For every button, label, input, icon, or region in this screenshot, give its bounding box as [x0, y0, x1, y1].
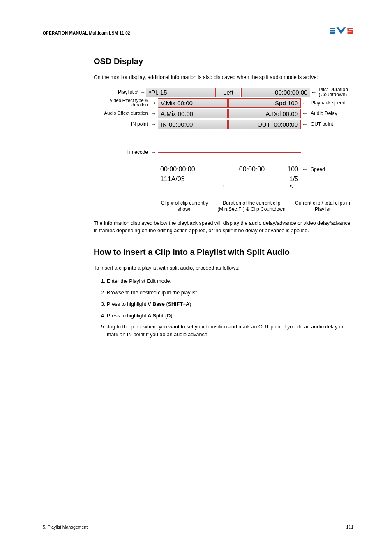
- up-arrow-icon: ↑: [178, 184, 269, 198]
- page-footer: 5. Playlist Management 111: [43, 522, 353, 530]
- cell-plist-dur: 00:00:00:00: [241, 88, 310, 97]
- evs-logo: [330, 26, 353, 35]
- page-header: OPERATION MANUAL Multicam LSM 11.02: [0, 26, 392, 35]
- video-preview-area: [158, 152, 301, 153]
- cell-timecode: 00:00:00:00: [158, 165, 228, 174]
- arrow-left-icon: ←: [301, 121, 309, 127]
- footer-page-number: 111: [346, 525, 353, 530]
- insert-clip-intro: To insert a clip into a playlist with sp…: [94, 264, 353, 272]
- svg-rect-6: [348, 28, 349, 30]
- label-clip-number: Clip # of clip currently shown: [158, 200, 211, 212]
- cell-clip-id: 111A/03: [158, 176, 228, 183]
- arrow-left-icon: ←: [310, 89, 317, 95]
- arrow-left-icon: ←: [301, 99, 309, 106]
- osd-figure: Playlist # → *Pl. 15 Left 00:00:00:00 ← …: [94, 87, 353, 212]
- label-plist-duration: Plist Duration (Countdown): [317, 87, 353, 97]
- label-audio-effect-duration: Audio Effect duration: [94, 111, 150, 116]
- arrow-right-icon: →: [150, 149, 158, 155]
- svg-rect-1: [330, 30, 335, 31]
- step-1: Enter the Playlist Edit mode.: [107, 278, 353, 285]
- step-3: Press to highlight V Base (SHIFT+A): [107, 301, 353, 308]
- arrow-left-icon: ←: [301, 166, 309, 173]
- cell-spd: Spd 100: [228, 98, 301, 108]
- cell-pl: *Pl. 15: [146, 88, 216, 97]
- header-rule: [43, 37, 353, 37]
- cell-left-label: Left: [216, 88, 240, 97]
- arrow-left-icon: ←: [301, 110, 309, 117]
- label-speed: Speed: [309, 167, 353, 172]
- main-content: OSD Display On the monitor display, addi…: [94, 57, 353, 342]
- up-arrow-icon: ↑: [158, 184, 178, 198]
- insert-clip-heading: How to Insert a Clip into a Playlist wit…: [94, 247, 353, 257]
- cell-amix: A.Mix 00:00: [158, 109, 228, 118]
- up-arrow-icon: ↖: [269, 184, 314, 198]
- arrow-right-icon: →: [150, 99, 158, 106]
- label-audio-delay: Audio Delay: [309, 111, 353, 116]
- steps-list: Enter the Playlist Edit mode. Browse to …: [94, 278, 353, 339]
- label-in-point: IN point: [94, 122, 150, 127]
- arrow-right-icon: →: [139, 89, 146, 95]
- label-playback-speed: Playback speed: [309, 100, 353, 105]
- label-current-total: Current clip / total clips in Playlist: [292, 200, 353, 212]
- footer-section: 5. Playlist Management: [43, 525, 88, 530]
- osd-display-heading: OSD Display: [94, 57, 353, 66]
- osd-intro-text: On the monitor display, additional infor…: [94, 74, 353, 81]
- arrow-right-icon: →: [150, 121, 158, 127]
- svg-rect-7: [352, 30, 353, 33]
- label-out-point: OUT point: [309, 122, 353, 127]
- cell-vmix: V.Mix 00:00: [158, 98, 228, 108]
- arrow-right-icon: →: [150, 110, 158, 117]
- osd-info-text: The information displayed below the play…: [94, 220, 353, 234]
- step-4: Press to highlight A Split (D): [107, 312, 353, 320]
- cell-adel: A.Del 00:00: [228, 109, 301, 118]
- cell-clip-duration: 00:00:00: [228, 165, 276, 174]
- label-video-effect: Video Effect type & duration: [94, 98, 150, 107]
- label-timecode: Timecode: [94, 150, 150, 155]
- cell-clip-pos: 1/5: [276, 176, 301, 183]
- spd-value: Spd 100: [275, 99, 298, 106]
- step-5: Jog to the point where you want to set y…: [107, 323, 353, 339]
- label-clip-duration: Duration of the current clip (Min:Sec:Fr…: [211, 200, 292, 212]
- step-2: Browse to the desired clip in the playli…: [107, 289, 353, 297]
- label-playlist: Playlist #: [94, 90, 139, 95]
- cell-speed: 100: [276, 165, 301, 174]
- svg-rect-0: [330, 28, 335, 29]
- cell-in: IN-00:00:00: [158, 120, 228, 129]
- header-title: OPERATION MANUAL Multicam LSM 11.02: [43, 31, 130, 35]
- svg-rect-2: [330, 32, 335, 34]
- cell-out: OUT+00:00:00: [228, 120, 301, 129]
